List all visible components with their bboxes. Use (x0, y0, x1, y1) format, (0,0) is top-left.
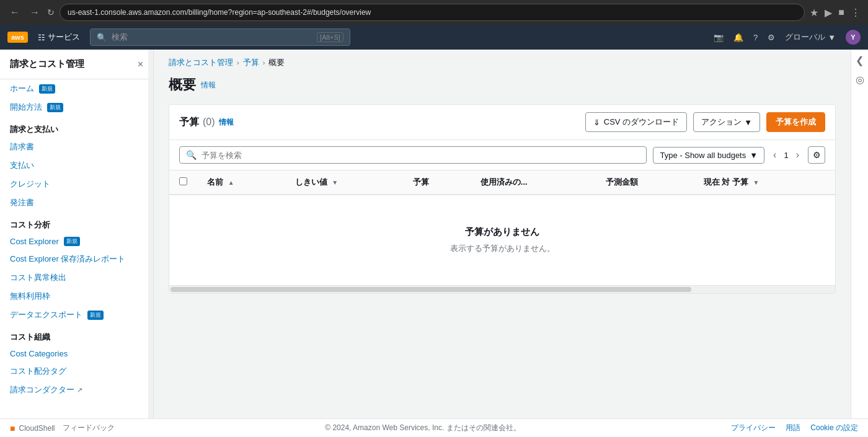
aws-logo: aws (7, 32, 28, 43)
sidebar-label-payments: 支払い (10, 160, 34, 171)
feedback-link[interactable]: フィードバック (63, 423, 115, 433)
breadcrumb-sep-2: › (263, 59, 265, 66)
sidebar-item-anomaly-detection[interactable]: コスト異常検出 (0, 268, 153, 287)
col-header-name[interactable]: 名前 ▲ (197, 170, 285, 195)
badge-new-home: 新規 (39, 84, 55, 94)
top-nav: aws ☷ サービス 🔍 検索 [Alt+S] 📷 🔔 ? ⚙ グローバル ▼ … (0, 25, 868, 50)
sidebar-item-purchase-orders[interactable]: 発注書 (0, 193, 153, 212)
sidebar-scrollbar[interactable] (148, 50, 153, 418)
toolbar-icon-3[interactable]: ⋮ (851, 7, 861, 19)
horizontal-scrollbar-thumb[interactable] (170, 287, 691, 292)
global-region-selector[interactable]: グローバル ▼ (785, 32, 836, 43)
external-link-icon: ↗ (77, 386, 82, 394)
user-initial: Y (851, 33, 855, 41)
col-threshold-label: しきい値 (295, 177, 327, 187)
col-header-threshold[interactable]: しきい値 ▼ (285, 170, 403, 195)
url-text: us-east-1.console.aws.amazon.com/billing… (68, 8, 371, 17)
table-header: 名前 ▲ しきい値 ▼ 予算 使用済みの... (169, 170, 835, 195)
sidebar-item-invoices[interactable]: 請求書 (0, 138, 153, 156)
sort-icon-name: ▲ (228, 179, 234, 186)
breadcrumb-billing[interactable]: 請求とコスト管理 (169, 57, 233, 68)
help-icon[interactable]: ? (753, 33, 758, 42)
sidebar-item-data-export[interactable]: データエクスポート 新規 (0, 306, 153, 324)
sidebar-header: 請求とコスト管理 × (0, 50, 153, 79)
sidebar-item-getting-started[interactable]: 開始方法 新規 (0, 98, 153, 117)
sidebar-item-free-tier[interactable]: 無料利用枠 (0, 287, 153, 306)
address-bar[interactable]: us-east-1.console.aws.amazon.com/billing… (60, 4, 805, 21)
empty-state: 予算がありません 表示する予算がありません。 (179, 201, 825, 279)
sidebar-item-billing-conductor[interactable]: 請求コンダクター ↗ (0, 381, 153, 399)
sidebar-item-payments[interactable]: 支払い (0, 156, 153, 175)
empty-state-description: 表示する予算がありません。 (189, 243, 815, 254)
select-all-checkbox-header[interactable] (169, 170, 197, 195)
column-settings-button[interactable]: ⚙ (808, 146, 825, 164)
sidebar-item-credits[interactable]: クレジット (0, 175, 153, 193)
content-area: 請求とコスト管理 › 予算 › 概要 概要 情報 予算 (0) 情報 ⇓ (154, 50, 851, 418)
sidebar-label-free-tier: 無料利用枠 (10, 291, 50, 302)
budget-search-box[interactable]: 🔍 (179, 146, 647, 164)
create-budget-button[interactable]: 予算を作成 (766, 112, 825, 132)
notifications-icon[interactable]: 🔔 (733, 33, 743, 42)
breadcrumb-budget[interactable]: 予算 (243, 57, 259, 68)
search-icon: 🔍 (97, 33, 107, 42)
user-menu[interactable]: Y (846, 30, 861, 45)
page-info-link[interactable]: 情報 (201, 80, 216, 90)
filter-type-button[interactable]: Type - Show all budgets ▼ (653, 147, 764, 164)
forward-button[interactable]: → (27, 4, 42, 20)
right-panel-toggle: ❮ ◎ (851, 50, 868, 418)
reload-button[interactable]: ↻ (47, 7, 55, 17)
cloudshell-icon-nav[interactable]: 📷 (714, 33, 724, 42)
page-number: 1 (781, 151, 790, 160)
collapse-right-panel-button[interactable]: ❮ (856, 55, 864, 66)
cloudshell-button[interactable]: ■ CloudShell (10, 423, 55, 433)
col-used-label: 使用済みの... (480, 177, 528, 187)
sidebar-item-home[interactable]: ホーム 新規 (0, 79, 153, 98)
csv-download-label: CSV のダウンロード (604, 117, 679, 128)
copyright-text: © 2024, Amazon Web Services, Inc. またはその関… (325, 423, 520, 432)
sidebar-label-cost-explorer: Cost Explorer (10, 237, 59, 246)
action-button[interactable]: アクション ▼ (693, 112, 760, 132)
budget-panel: 予算 (0) 情報 ⇓ CSV のダウンロード アクション ▼ 予算を作成 (169, 104, 836, 294)
sidebar-item-cost-explorer[interactable]: Cost Explorer 新規 (0, 233, 153, 250)
settings-gear-icon: ⚙ (813, 150, 821, 160)
breadcrumb: 請求とコスト管理 › 予算 › 概要 (154, 50, 851, 73)
grid-icon: ☷ (38, 33, 45, 42)
empty-state-row: 予算がありません 表示する予算がありません。 (169, 195, 835, 286)
settings-icon-nav[interactable]: ⚙ (768, 33, 775, 42)
sort-icon-vs-budget: ▼ (753, 179, 759, 186)
page-title-area: 概要 情報 (154, 73, 851, 104)
privacy-link[interactable]: プライバシー (731, 423, 776, 433)
badge-new-getting-started: 新規 (47, 103, 63, 112)
services-menu[interactable]: ☷ サービス (38, 32, 80, 43)
cookie-settings-link[interactable]: Cookie の設定 (810, 423, 858, 433)
sidebar-item-cost-categories[interactable]: Cost Categories (0, 345, 153, 362)
sidebar-section-cost-analysis: コスト分析 (0, 212, 153, 233)
right-panel-info-button[interactable]: ◎ (856, 74, 864, 86)
bookmark-star-icon[interactable]: ★ (810, 7, 818, 19)
csv-download-button[interactable]: ⇓ CSV のダウンロード (585, 112, 687, 132)
global-chevron-icon: ▼ (828, 33, 836, 42)
next-page-button[interactable]: › (794, 148, 802, 162)
sidebar-close-button[interactable]: × (138, 59, 143, 70)
toolbar-icon-2[interactable]: ■ (838, 7, 844, 19)
back-button[interactable]: ← (7, 4, 22, 20)
budget-info-link[interactable]: 情報 (219, 117, 234, 128)
budget-panel-title: 予算 (0) 情報 (179, 116, 234, 129)
terms-link[interactable]: 用語 (786, 423, 800, 433)
prev-page-button[interactable]: ‹ (771, 148, 779, 162)
global-search[interactable]: 🔍 検索 [Alt+S] (90, 29, 350, 46)
sidebar-item-cost-explorer-reports[interactable]: Cost Explorer 保存済みレポート (0, 250, 153, 268)
horizontal-scrollbar[interactable] (169, 286, 835, 293)
col-header-vs-budget[interactable]: 現在 対 予算 ▼ (694, 170, 835, 195)
sidebar-label-cost-explorer-reports: Cost Explorer 保存済みレポート (10, 254, 125, 265)
budget-title-text: 予算 (179, 116, 199, 129)
budget-search-input[interactable] (202, 151, 640, 160)
action-label: アクション (701, 117, 742, 128)
main-layout: 請求とコスト管理 × ホーム 新規 開始方法 新規 請求と支払い 請求書 支払い… (0, 50, 868, 418)
select-all-checkbox[interactable] (179, 177, 187, 185)
sidebar-item-cost-tags[interactable]: コスト配分タグ (0, 362, 153, 381)
col-name-label: 名前 (207, 177, 223, 187)
toolbar-icon-1[interactable]: ▶ (825, 7, 832, 19)
col-header-used: 使用済みの... (471, 170, 596, 195)
sidebar-label-billing-conductor: 請求コンダクター (10, 384, 74, 395)
